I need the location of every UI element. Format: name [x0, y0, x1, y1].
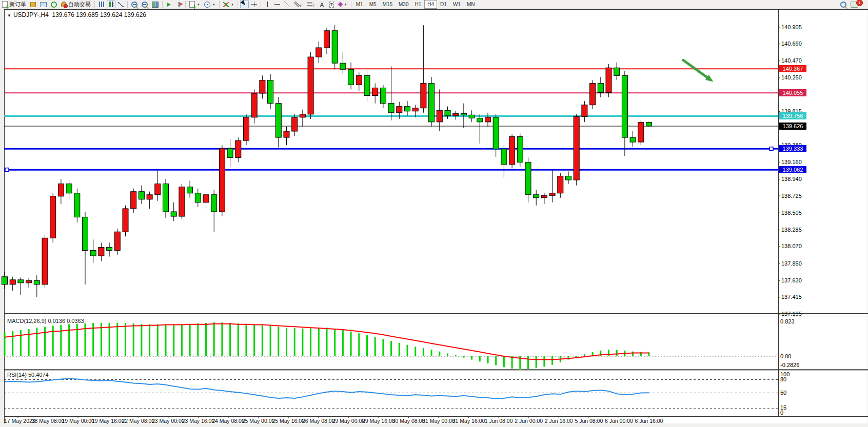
- candle[interactable]: [614, 68, 620, 75]
- price-tick-label: 138.940: [781, 176, 802, 182]
- candle[interactable]: [364, 75, 370, 95]
- candle[interactable]: [131, 192, 136, 209]
- candle[interactable]: [114, 232, 120, 250]
- time-axis-label: 6 Jun 00:00: [605, 418, 633, 424]
- time-axis-label: 18 May 08:00: [32, 418, 65, 424]
- chart-canvas[interactable]: [0, 0, 868, 427]
- candle[interactable]: [179, 187, 185, 216]
- candle[interactable]: [509, 137, 515, 165]
- rsi-axis-label: 0: [780, 410, 783, 416]
- candle[interactable]: [574, 116, 579, 180]
- rsi-axis-label: 50: [780, 390, 786, 396]
- candle[interactable]: [171, 212, 176, 216]
- candle[interactable]: [187, 187, 193, 193]
- candle[interactable]: [219, 148, 225, 212]
- line-handle[interactable]: [770, 147, 773, 151]
- candle[interactable]: [485, 117, 491, 122]
- candle[interactable]: [501, 149, 507, 165]
- line-handle[interactable]: [5, 168, 9, 172]
- candle[interactable]: [469, 115, 475, 118]
- candle[interactable]: [388, 104, 394, 113]
- candle[interactable]: [18, 280, 24, 283]
- price-line-label: 139.062: [779, 166, 806, 173]
- candle[interactable]: [558, 176, 563, 193]
- candle[interactable]: [203, 195, 209, 202]
- candle[interactable]: [630, 137, 636, 142]
- candle[interactable]: [453, 113, 459, 116]
- price-line-label: 139.333: [779, 145, 806, 152]
- candle[interactable]: [2, 277, 8, 284]
- candle[interactable]: [405, 107, 410, 111]
- candle[interactable]: [549, 193, 555, 196]
- candle[interactable]: [340, 63, 346, 69]
- time-axis-label: 24 May 08:00: [212, 418, 245, 424]
- candle[interactable]: [421, 83, 426, 108]
- collapse-triangle-icon[interactable]: ▼: [7, 13, 11, 18]
- candle[interactable]: [324, 31, 330, 48]
- candle[interactable]: [646, 123, 652, 127]
- candle[interactable]: [284, 131, 289, 137]
- candle[interactable]: [268, 80, 273, 103]
- candle[interactable]: [139, 192, 144, 199]
- candle[interactable]: [348, 69, 354, 85]
- candle[interactable]: [316, 48, 322, 57]
- candle[interactable]: [163, 184, 169, 212]
- candle[interactable]: [517, 137, 523, 162]
- candle[interactable]: [211, 195, 217, 212]
- candle[interactable]: [493, 117, 499, 149]
- candle[interactable]: [308, 57, 313, 114]
- candle[interactable]: [372, 88, 378, 95]
- candle[interactable]: [429, 83, 435, 121]
- candle[interactable]: [98, 247, 104, 256]
- candle[interactable]: [147, 195, 152, 199]
- candle[interactable]: [195, 193, 201, 202]
- candle[interactable]: [10, 280, 15, 284]
- candle[interactable]: [445, 110, 450, 116]
- candle[interactable]: [412, 108, 418, 111]
- time-axis-label: 25 May 00:00: [242, 418, 275, 424]
- candle[interactable]: [42, 238, 48, 284]
- candle[interactable]: [300, 114, 305, 117]
- candle[interactable]: [155, 184, 161, 195]
- candle[interactable]: [332, 31, 338, 63]
- candle[interactable]: [260, 80, 265, 93]
- candle[interactable]: [534, 195, 539, 198]
- candle[interactable]: [582, 105, 587, 117]
- candle[interactable]: [34, 280, 40, 284]
- candle[interactable]: [227, 148, 233, 157]
- candle[interactable]: [251, 93, 257, 117]
- candle[interactable]: [74, 193, 80, 217]
- candle[interactable]: [275, 104, 281, 137]
- candle[interactable]: [461, 113, 466, 115]
- price-tick-label: 137.630: [781, 277, 802, 283]
- time-axis-label: 26 May 08:00: [302, 418, 335, 424]
- candle[interactable]: [26, 280, 32, 283]
- candle[interactable]: [598, 83, 603, 92]
- candle[interactable]: [292, 117, 298, 131]
- candle[interactable]: [566, 176, 571, 180]
- candle[interactable]: [541, 195, 547, 198]
- candle[interactable]: [235, 140, 241, 157]
- candle[interactable]: [90, 250, 96, 256]
- candle[interactable]: [590, 83, 596, 105]
- candle[interactable]: [380, 88, 386, 103]
- annotation-arrow[interactable]: [682, 59, 710, 79]
- candle[interactable]: [356, 75, 362, 85]
- macd-indicator-label: MACD(12,26,9) 0.0136 0.0363: [7, 318, 84, 324]
- price-line-label: 139.626: [779, 123, 806, 130]
- candle[interactable]: [622, 75, 627, 137]
- candle[interactable]: [525, 162, 531, 194]
- candle[interactable]: [107, 247, 112, 250]
- candle[interactable]: [66, 184, 72, 193]
- candle[interactable]: [123, 209, 128, 232]
- candle[interactable]: [638, 123, 644, 143]
- candle[interactable]: [83, 217, 88, 251]
- candle[interactable]: [437, 110, 442, 122]
- time-axis-label: 30 May 08:00: [392, 418, 425, 424]
- candle[interactable]: [606, 68, 611, 92]
- candle[interactable]: [477, 118, 483, 122]
- candle[interactable]: [244, 117, 249, 140]
- candle[interactable]: [58, 184, 64, 196]
- candle[interactable]: [50, 196, 56, 238]
- candle[interactable]: [397, 107, 402, 113]
